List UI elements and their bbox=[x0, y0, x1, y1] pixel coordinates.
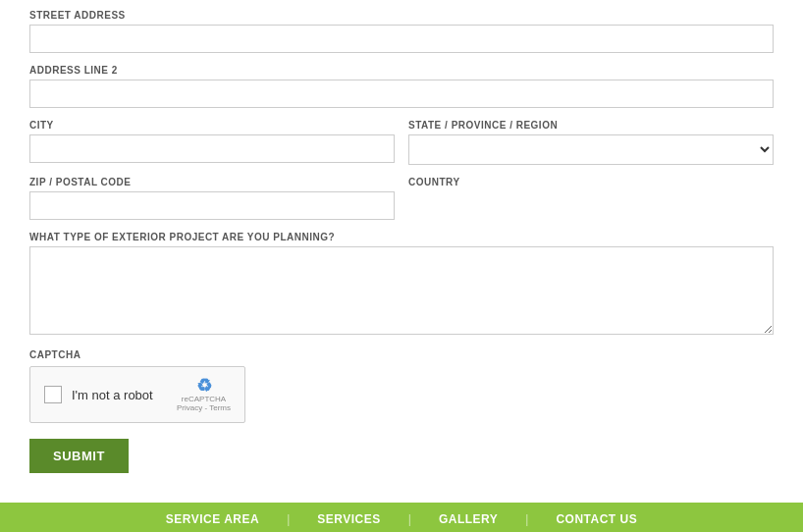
zip-country-row: ZIP / POSTAL CODE COUNTRY bbox=[29, 177, 774, 232]
footer-nav: SERVICE AREA | SERVICES | GALLERY | CONT… bbox=[0, 503, 803, 532]
captcha-box[interactable]: I'm not a robot ♻ reCAPTCHA Privacy - Te… bbox=[29, 366, 245, 423]
address-line2-label: ADDRESS LINE 2 bbox=[29, 65, 774, 76]
zip-input[interactable] bbox=[29, 191, 395, 220]
nav-separator-3: | bbox=[525, 512, 528, 526]
address-line2-input[interactable] bbox=[29, 80, 774, 108]
captcha-section: CAPTCHA I'm not a robot ♻ reCAPTCHA Priv… bbox=[29, 349, 774, 423]
street-address-group: STREET ADDRESS bbox=[29, 10, 774, 53]
exterior-label: WHAT TYPE OF EXTERIOR PROJECT ARE YOU PL… bbox=[29, 232, 774, 242]
address-line2-group: ADDRESS LINE 2 bbox=[29, 65, 774, 108]
nav-separator-1: | bbox=[287, 512, 290, 526]
nav-contact-us[interactable]: CONTACT US bbox=[556, 512, 637, 526]
nav-separator-2: | bbox=[408, 512, 411, 526]
street-address-input[interactable] bbox=[29, 25, 774, 53]
city-input[interactable] bbox=[29, 134, 395, 163]
exterior-group: WHAT TYPE OF EXTERIOR PROJECT ARE YOU PL… bbox=[29, 232, 774, 338]
state-group: STATE / PROVINCE / REGION bbox=[408, 120, 774, 165]
recaptcha-logo: ♻ reCAPTCHA Privacy - Terms bbox=[177, 377, 231, 412]
city-state-row: CITY STATE / PROVINCE / REGION bbox=[29, 120, 774, 177]
country-group: COUNTRY bbox=[408, 177, 774, 220]
city-label: CITY bbox=[29, 120, 395, 131]
state-label: STATE / PROVINCE / REGION bbox=[408, 120, 774, 131]
captcha-checkbox[interactable] bbox=[44, 386, 62, 403]
city-group: CITY bbox=[29, 120, 395, 165]
address-line2-row: ADDRESS LINE 2 bbox=[29, 65, 774, 120]
exterior-textarea[interactable] bbox=[29, 246, 774, 335]
state-select[interactable] bbox=[408, 134, 774, 165]
nav-service-area[interactable]: SERVICE AREA bbox=[166, 512, 259, 526]
street-address-label: STREET ADDRESS bbox=[29, 10, 774, 21]
recaptcha-label: reCAPTCHA bbox=[182, 395, 226, 403]
submit-button[interactable]: SUBMIT bbox=[29, 439, 129, 473]
recaptcha-privacy-terms: Privacy - Terms bbox=[177, 403, 231, 412]
zip-group: ZIP / POSTAL CODE bbox=[29, 177, 395, 220]
captcha-text: I'm not a robot bbox=[72, 388, 169, 402]
nav-gallery[interactable]: GALLERY bbox=[439, 512, 498, 526]
form-section: STREET ADDRESS ADDRESS LINE 2 CITY STATE… bbox=[0, 0, 803, 503]
captcha-label: CAPTCHA bbox=[29, 349, 774, 360]
zip-label: ZIP / POSTAL CODE bbox=[29, 177, 395, 187]
recaptcha-icon: ♻ bbox=[196, 377, 212, 395]
nav-services[interactable]: SERVICES bbox=[317, 512, 380, 526]
country-label: COUNTRY bbox=[408, 177, 774, 187]
